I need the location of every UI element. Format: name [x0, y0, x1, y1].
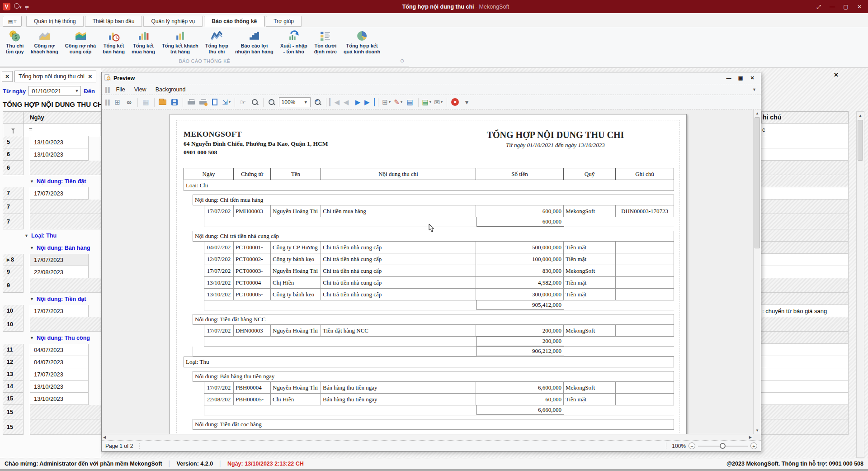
note-cell[interactable] — [761, 266, 849, 278]
toolbar-overflow-icon[interactable]: ▾ — [462, 97, 472, 108]
note-cell[interactable] — [761, 393, 849, 405]
scrollbar-thumb[interactable] — [755, 117, 760, 248]
last-page-icon[interactable]: ▶▕ — [364, 97, 375, 108]
date-cell[interactable]: 22/08/2023 — [30, 266, 89, 278]
ribbon-button-tong-ket-mua-hang[interactable]: Tổng kếtmua hàng — [128, 29, 158, 54]
ribbon-button-cong-no-nha-cung-cap[interactable]: Công nợ nhàcung cấp — [62, 29, 99, 54]
group-dialog-launcher-icon[interactable]: ⊙ — [400, 58, 404, 64]
collapse-icon[interactable]: ▼ — [24, 233, 28, 238]
preview-horizontal-scrollbar[interactable]: ◀ ▶ — [102, 434, 753, 440]
close-tab-button[interactable]: ✕ — [2, 71, 13, 82]
grid-group-row[interactable]: ▼Nội dung: Tiền đặt — [3, 175, 101, 187]
zoom-out-icon[interactable]: − — [266, 97, 277, 108]
ribbon-button-tong-ket-ban-hang[interactable]: Tổng kếtbán hàng — [99, 29, 128, 54]
date-cell[interactable]: 13/10/2023 — [30, 136, 89, 148]
document-tab[interactable]: Tổng hợp nội dung thu chi ✕ — [14, 71, 96, 82]
ribbon-button-thu-chi-ton-quy[interactable]: €$Thu chitồn quỹ — [3, 29, 27, 54]
grid-row[interactable]: ▶817/07/2023 — [3, 254, 101, 266]
zoom-combo[interactable]: 100%▼ — [279, 97, 311, 107]
multipage-icon[interactable]: ⊞▾ — [381, 97, 392, 108]
filter-row[interactable]: = — [3, 124, 101, 136]
page-color-icon[interactable]: ✎▾ — [393, 97, 404, 108]
app-menu-button[interactable]: ▤▽ — [3, 16, 22, 27]
drag-grip-icon[interactable]: ▐▐ — [104, 100, 109, 105]
minimize-button[interactable]: — — [826, 2, 839, 12]
preview-maximize-button[interactable]: ▣ — [735, 74, 746, 82]
grid-row[interactable]: 1413/10/2023 — [3, 381, 101, 393]
scroll-left-icon[interactable]: ◀ — [103, 435, 106, 439]
grid-row[interactable]: 1317/07/2023 — [3, 368, 101, 381]
date-cell[interactable]: 04/07/2023 — [30, 356, 89, 368]
scroll-up-icon[interactable]: ▲ — [857, 112, 864, 119]
grid-row[interactable]: 717/07/2023 — [3, 187, 101, 200]
collapse-icon[interactable]: ▼ — [30, 336, 34, 340]
zoom-slider[interactable] — [698, 446, 748, 447]
ribbon-button-tong-hop-thu-chi[interactable]: Tổng hợpthu chi — [202, 29, 231, 54]
print-icon[interactable] — [186, 97, 197, 108]
export-icon[interactable]: ▤▾ — [421, 97, 432, 108]
note-cell[interactable] — [761, 136, 849, 148]
grid-group-row[interactable]: ▼Nội dung: Thu công — [3, 332, 101, 344]
date-cell[interactable]: 13/10/2023 — [30, 393, 89, 405]
date-cell[interactable]: 17/07/2023 — [30, 187, 89, 200]
zoom-mode-icon[interactable] — [250, 97, 260, 108]
date-cell[interactable]: 13/10/2023 — [30, 148, 89, 161]
scroll-right-icon[interactable]: ▶ — [749, 435, 752, 439]
menu-file[interactable]: File — [112, 85, 130, 94]
grid-row[interactable]: 1513/10/2023 — [3, 393, 101, 405]
date-cell[interactable]: 13/10/2023 — [30, 381, 89, 393]
note-cell[interactable] — [761, 381, 849, 393]
scroll-up-icon[interactable]: ▲ — [754, 109, 761, 117]
ribbon-button-cong-no-khach-hang[interactable]: Công nợkhách hàng — [28, 29, 61, 54]
ribbon-tab-báo-cáo-thống-kê[interactable]: Báo cáo thống kê — [204, 16, 264, 27]
zoom-slider-thumb[interactable] — [720, 443, 726, 449]
drag-grip-icon[interactable]: ▐▐ — [104, 87, 109, 92]
scale-icon[interactable]: ⇲▾ — [221, 97, 232, 108]
zoom-in-icon[interactable]: + — [312, 97, 323, 108]
preview-vertical-scrollbar[interactable]: ▲ ▼ — [753, 109, 761, 434]
quick-print-icon[interactable] — [198, 97, 208, 108]
preview-minimize-button[interactable]: — — [723, 74, 735, 82]
date-cell[interactable]: 17/07/2023 — [30, 254, 89, 266]
grid-row[interactable]: 1104/07/2023 — [3, 344, 101, 356]
preview-titlebar[interactable]: Preview — ▣ ✕ — [102, 72, 761, 84]
note-cell[interactable] — [761, 368, 849, 381]
menubar-options-icon[interactable]: ▼ — [752, 87, 756, 92]
ribbon-button-tong-hop-ket-qua[interactable]: Tổng hợp kếtquả kinh doanh — [340, 29, 383, 54]
prev-page-icon[interactable]: ◀ — [341, 97, 352, 108]
maximize-button[interactable]: ▢ — [839, 2, 853, 12]
exit-icon[interactable]: ✕ — [450, 97, 461, 108]
next-page-icon[interactable]: ▶ — [353, 97, 363, 108]
note-cell[interactable] — [761, 344, 849, 356]
collapse-icon[interactable]: ▼ — [30, 297, 34, 301]
grid-row[interactable]: 1204/07/2023 — [3, 356, 101, 368]
note-filter-cell[interactable]: c — [761, 124, 849, 136]
open-icon[interactable] — [157, 97, 168, 108]
menu-view[interactable]: View — [130, 85, 151, 94]
ribbon-tab-quản-trị-hệ-thống[interactable]: Quản trị hệ thống — [26, 16, 84, 27]
collapse-icon[interactable]: ▼ — [30, 246, 34, 250]
panel-close-icon[interactable]: ✕ — [834, 71, 839, 78]
grid-group-row[interactable]: ▼Nội dung: Bán hàng — [3, 242, 101, 254]
tab-close-icon[interactable]: ✕ — [88, 74, 92, 80]
ribbon-tab-thiết-lập-ban-đầu[interactable]: Thiết lập ban đầu — [85, 16, 142, 27]
menu-background[interactable]: Background — [151, 85, 190, 94]
date-cell[interactable]: 17/07/2023 — [30, 368, 89, 381]
note-cell[interactable] — [761, 187, 849, 200]
grid-row[interactable]: 513/10/2023 — [3, 136, 101, 148]
quick-access-button[interactable]: ▾ — [14, 3, 22, 10]
grid-vertical-scrollbar[interactable]: ▲ — [856, 111, 864, 458]
preview-close-button[interactable]: ✕ — [746, 74, 758, 82]
ribbon-tab-quản-lý-nghiệp-vụ[interactable]: Quản lý nghiệp vụ — [143, 16, 203, 27]
first-page-icon[interactable]: ▎◀ — [329, 97, 340, 108]
find-icon[interactable]: ∞ — [124, 97, 135, 108]
ribbon-button-tong-ket-khach-tra-hang[interactable]: Tổng kết kháchtrả hàng — [159, 29, 202, 54]
ribbon-button-ton-duoi-dinh-muc[interactable]: Tồn dướiđịnh mức — [311, 29, 340, 54]
hand-tool-icon[interactable]: ☞ — [238, 97, 249, 108]
note-cell[interactable] — [761, 148, 849, 161]
ribbon-button-bao-cao-loi-nhuan[interactable]: Báo cáo lợinhuận bán hàng — [232, 29, 277, 54]
date-cell[interactable]: 17/07/2023 — [30, 305, 89, 317]
date-cell[interactable]: 04/07/2023 — [30, 344, 89, 356]
ribbon-button-xuat-nhap-ton-kho[interactable]: Xuất - nhập- tồn kho — [277, 29, 311, 54]
note-cell[interactable] — [761, 254, 849, 266]
